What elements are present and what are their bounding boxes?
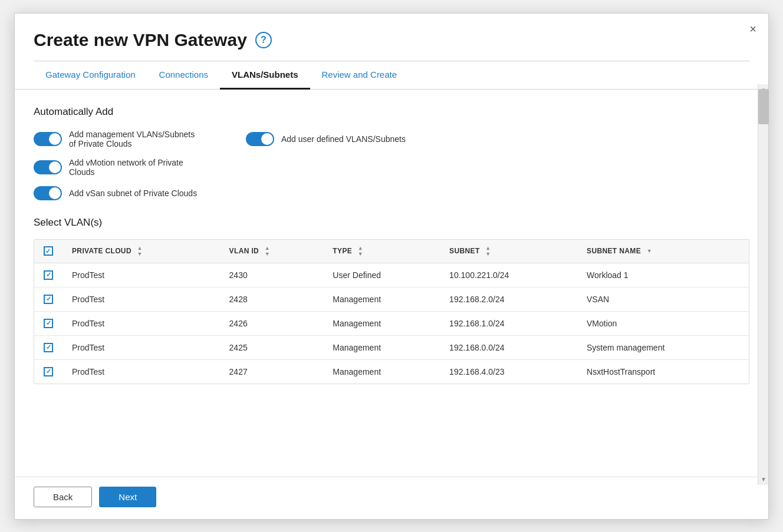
row-checkbox-cell [34, 287, 64, 311]
toggle-vmotion-label: Add vMotion network of Private Clouds [69, 158, 199, 177]
tab-connections[interactable]: Connections [147, 61, 220, 90]
tab-bar: Gateway Configuration Connections VLANs/… [15, 61, 768, 90]
toggle-row-3: Add vSan subnet of Private Clouds [34, 186, 749, 200]
sort-private-cloud-icon[interactable]: ▲▼ [137, 246, 143, 257]
toggle-management-vlans-switch[interactable] [34, 132, 62, 146]
toggle-user-defined: Add user defined VLANS/Subnets [246, 130, 406, 148]
table-row: ProdTest 2427 Management 192.168.4.0/23 … [34, 359, 749, 384]
col-private-cloud: PRIVATE CLOUD ▲▼ [64, 240, 221, 263]
row-checkbox-0[interactable] [44, 270, 53, 280]
toggle-user-defined-switch[interactable] [246, 132, 274, 146]
row-vlan-id-0: 2430 [221, 263, 325, 287]
tab-gateway-configuration[interactable]: Gateway Configuration [34, 61, 147, 90]
row-type-1: Management [324, 287, 441, 311]
dialog-title: Create new VPN Gateway [34, 30, 247, 50]
toggle-icon [56, 136, 57, 142]
toggle-vsan-switch[interactable] [34, 186, 62, 200]
table-row: ProdTest 2430 User Defined 10.100.221.0/… [34, 263, 749, 287]
col-type: TYPE ▲▼ [324, 240, 441, 263]
row-subnet-name-2: VMotion [578, 311, 749, 335]
col-subnet: SUBNET ▲▼ [441, 240, 578, 263]
row-subnet-name-3: System management [578, 335, 749, 359]
close-button[interactable]: × [749, 23, 756, 35]
auto-add-title: Automatically Add [34, 106, 749, 118]
next-button[interactable]: Next [99, 487, 156, 507]
scrollbar[interactable]: ▲ ▼ [758, 84, 768, 485]
table-row: ProdTest 2428 Management 192.168.2.0/24 … [34, 287, 749, 311]
row-private-cloud-3: ProdTest [64, 335, 221, 359]
col-subnet-name: SUBNET NAME ▼ [578, 240, 749, 263]
sort-subnet-name-icon[interactable]: ▼ [647, 249, 652, 254]
vlans-table-wrapper: PRIVATE CLOUD ▲▼ VLAN ID ▲▼ [34, 239, 749, 384]
row-checkbox-1[interactable] [44, 295, 53, 304]
row-subnet-0: 10.100.221.0/24 [441, 263, 578, 287]
toggle-vmotion: Add vMotion network of Private Clouds [34, 158, 199, 177]
row-vlan-id-1: 2428 [221, 287, 325, 311]
create-vpn-gateway-dialog: × Create new VPN Gateway ? Gateway Confi… [14, 13, 769, 520]
help-icon[interactable]: ? [255, 32, 272, 48]
row-checkbox-cell [34, 311, 64, 335]
toggle-vsan-label: Add vSan subnet of Private Clouds [69, 189, 197, 198]
table-row: ProdTest 2425 Management 192.168.0.0/24 … [34, 335, 749, 359]
main-content: Automatically Add Add management VLANs/S… [15, 90, 768, 472]
row-checkbox-cell [34, 263, 64, 287]
table-header-row: PRIVATE CLOUD ▲▼ VLAN ID ▲▼ [34, 240, 749, 263]
toggle-icon [268, 136, 269, 142]
row-checkbox-cell [34, 359, 64, 384]
toggles-container: Add management VLANs/Subnets of Private … [34, 130, 749, 200]
toggle-icon [56, 190, 57, 196]
row-subnet-2: 192.168.1.0/24 [441, 311, 578, 335]
row-checkbox-3[interactable] [44, 343, 53, 352]
row-vlan-id-4: 2427 [221, 359, 325, 384]
row-checkbox-4[interactable] [44, 367, 53, 376]
row-checkbox-cell [34, 335, 64, 359]
header-checkbox-cell [44, 246, 55, 256]
scrollbar-thumb[interactable] [758, 89, 769, 124]
row-subnet-4: 192.168.4.0/23 [441, 359, 578, 384]
row-private-cloud-4: ProdTest [64, 359, 221, 384]
row-subnet-name-4: NsxtHostTransport [578, 359, 749, 384]
toggle-row-2: Add vMotion network of Private Clouds [34, 158, 749, 177]
row-checkbox-2[interactable] [44, 319, 53, 328]
row-private-cloud-2: ProdTest [64, 311, 221, 335]
back-button[interactable]: Back [34, 487, 92, 507]
row-private-cloud-1: ProdTest [64, 287, 221, 311]
row-type-3: Management [324, 335, 441, 359]
toggle-row-1: Add management VLANs/Subnets of Private … [34, 130, 749, 148]
header-checkbox[interactable] [44, 246, 53, 256]
toggle-management-vlans-label: Add management VLANs/Subnets of Private … [69, 130, 199, 148]
scroll-down-arrow[interactable]: ▼ [758, 474, 769, 485]
toggle-vmotion-switch[interactable] [34, 160, 62, 174]
row-subnet-name-1: VSAN [578, 287, 749, 311]
row-type-0: User Defined [324, 263, 441, 287]
row-vlan-id-2: 2426 [221, 311, 325, 335]
row-type-4: Management [324, 359, 441, 384]
row-type-2: Management [324, 311, 441, 335]
sort-type-icon[interactable]: ▲▼ [358, 246, 363, 257]
toggle-management-vlans: Add management VLANs/Subnets of Private … [34, 130, 199, 148]
toggle-icon [56, 164, 57, 170]
sort-subnet-icon[interactable]: ▲▼ [485, 246, 491, 257]
select-vlans-title: Select VLAN(s) [34, 217, 749, 229]
row-private-cloud-0: ProdTest [64, 263, 221, 287]
tab-vlans-subnets[interactable]: VLANs/Subnets [220, 61, 310, 90]
dialog-header: Create new VPN Gateway ? [15, 14, 768, 50]
table-body: ProdTest 2430 User Defined 10.100.221.0/… [34, 263, 749, 384]
row-vlan-id-3: 2425 [221, 335, 325, 359]
row-subnet-name-0: Workload 1 [578, 263, 749, 287]
tab-review-create[interactable]: Review and Create [310, 61, 409, 90]
row-subnet-3: 192.168.0.0/24 [441, 335, 578, 359]
vlans-table: PRIVATE CLOUD ▲▼ VLAN ID ▲▼ [34, 240, 749, 384]
toggle-vsan: Add vSan subnet of Private Clouds [34, 186, 197, 200]
row-subnet-1: 192.168.2.0/24 [441, 287, 578, 311]
col-vlan-id: VLAN ID ▲▼ [221, 240, 325, 263]
dialog-footer: Back Next [15, 477, 768, 519]
sort-vlan-id-icon[interactable]: ▲▼ [265, 246, 270, 257]
table-row: ProdTest 2426 Management 192.168.1.0/24 … [34, 311, 749, 335]
toggle-user-defined-label: Add user defined VLANS/Subnets [281, 134, 406, 144]
col-checkbox [34, 240, 64, 263]
